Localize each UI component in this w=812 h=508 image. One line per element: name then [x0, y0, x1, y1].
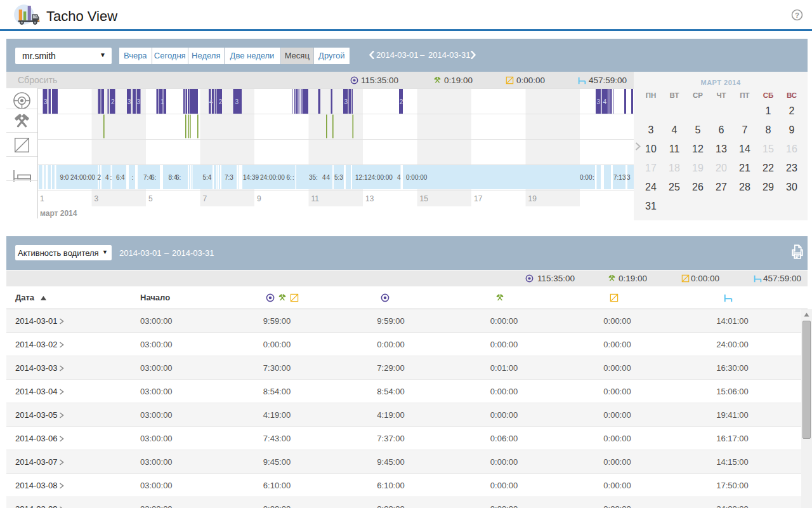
svg-text:15: 15: [420, 194, 429, 203]
svg-text:2: 2: [219, 98, 223, 105]
svg-text:0:00:00: 0:00:00: [406, 174, 428, 181]
svg-text:4: 4: [322, 174, 326, 181]
svg-text::: :: [110, 174, 112, 181]
svg-text:24:00:00: 24:00:00: [70, 174, 95, 181]
svg-text:?: ?: [795, 11, 799, 19]
svg-text:7:13: 7:13: [613, 174, 626, 181]
svg-text:3: 3: [235, 98, 239, 105]
svg-text:3: 3: [137, 98, 141, 105]
svg-text:7:3: 7:3: [225, 174, 233, 181]
svg-text:3: 3: [44, 98, 48, 105]
svg-text:5: 5: [148, 194, 153, 203]
svg-text:5:3: 5:3: [334, 174, 343, 181]
svg-text:март 2014: март 2014: [40, 209, 77, 218]
svg-text:12:1: 12:1: [355, 174, 368, 181]
svg-text:1: 1: [40, 194, 44, 203]
svg-text:17: 17: [474, 194, 483, 203]
svg-text:0:00: 0:00: [580, 174, 593, 181]
svg-text:4: 4: [603, 98, 607, 105]
svg-text:9: 9: [257, 194, 261, 203]
svg-text:4: 4: [121, 174, 125, 181]
svg-text:1: 1: [160, 98, 164, 105]
svg-text:6:: 6:: [176, 174, 181, 181]
svg-text::: :: [132, 174, 134, 181]
svg-text:9:0: 9:0: [60, 174, 69, 181]
svg-text:13: 13: [365, 194, 374, 203]
svg-text:4: 4: [105, 174, 109, 181]
svg-text::: :: [292, 174, 294, 181]
svg-text:2: 2: [111, 98, 115, 105]
svg-text:7: 7: [203, 194, 207, 203]
svg-text:4: 4: [397, 174, 401, 181]
svg-text:24:00:00: 24:00:00: [368, 174, 393, 181]
svg-text:3: 3: [627, 174, 631, 181]
svg-text:5:: 5:: [313, 174, 318, 181]
svg-text:4: 4: [209, 98, 213, 105]
svg-text:3: 3: [597, 98, 601, 105]
svg-text:3: 3: [344, 98, 348, 105]
svg-text::: :: [593, 174, 594, 181]
svg-text:2: 2: [400, 98, 403, 105]
svg-text:4: 4: [327, 174, 331, 181]
svg-text:3: 3: [128, 98, 131, 105]
svg-text:2: 2: [98, 174, 102, 181]
svg-text:14:39: 14:39: [243, 174, 259, 181]
svg-text:11: 11: [311, 194, 320, 203]
svg-text:6:: 6:: [151, 174, 156, 181]
svg-text:5:4: 5:4: [203, 174, 212, 181]
svg-text:24:00:00: 24:00:00: [260, 174, 285, 181]
svg-text:6:: 6:: [287, 174, 292, 181]
svg-text:3: 3: [95, 194, 99, 203]
svg-text:19: 19: [528, 194, 537, 203]
